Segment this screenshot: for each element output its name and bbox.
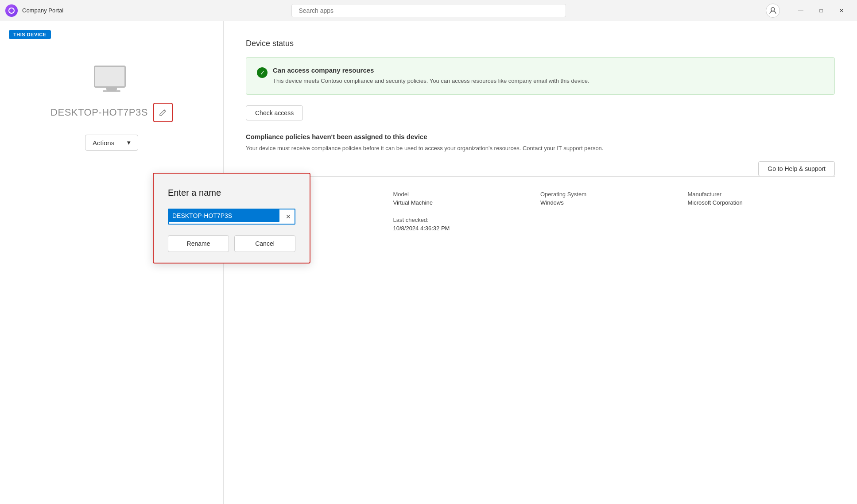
- last-checked-value: 10/8/2024 4:36:32 PM: [393, 225, 541, 232]
- chevron-down-icon: ▾: [127, 139, 131, 147]
- device-info-grid: Original Name DESKTOP-HOT7P3S Model Virt…: [246, 191, 835, 232]
- titlebar-right: — □ ✕: [766, 4, 852, 18]
- device-icon: [94, 66, 129, 92]
- rename-icon-button[interactable]: [153, 103, 173, 122]
- status-card-desc: This device meets Contoso compliance and…: [273, 77, 589, 85]
- window-controls: — □ ✕: [791, 4, 852, 18]
- help-support-button[interactable]: Go to Help & support: [758, 161, 835, 176]
- titlebar: Company Portal — □ ✕: [0, 0, 857, 21]
- os-label: Operating System: [540, 191, 688, 198]
- dialog-input-wrap: DESKTOP-HOT7P3S ✕: [168, 209, 295, 225]
- last-checked-info: Last checked: 10/8/2024 4:36:32 PM: [393, 217, 541, 232]
- search-container: [291, 4, 566, 17]
- this-device-badge: THIS DEVICE: [9, 30, 51, 39]
- manufacturer-info: Manufacturer Microsoft Corporation: [688, 191, 835, 206]
- device-icon-wrap: [94, 66, 129, 92]
- dialog-name-input[interactable]: [168, 209, 295, 225]
- logo-inner: [8, 8, 15, 14]
- right-panel: Device status ✓ Can access company resou…: [224, 21, 857, 504]
- app-name: Company Portal: [22, 7, 63, 14]
- actions-dropdown[interactable]: Actions ▾: [85, 135, 138, 151]
- main-layout: THIS DEVICE DESKTOP-HOT7P3S Actions ▾ De…: [0, 21, 857, 504]
- dialog-clear-button[interactable]: ✕: [285, 212, 292, 221]
- device-base: [103, 90, 120, 92]
- svg-point-0: [771, 8, 775, 11]
- device-name-text: DESKTOP-HOT7P3S: [50, 107, 148, 118]
- last-checked-label: Last checked:: [393, 217, 541, 223]
- compliance-title: Compliance policies haven't been assigne…: [246, 133, 835, 140]
- device-name-row: DESKTOP-HOT7P3S: [50, 103, 173, 122]
- model-info: Model Virtual Machine: [393, 191, 541, 206]
- maximize-button[interactable]: □: [811, 4, 831, 18]
- divider: [246, 176, 835, 177]
- compliance-desc: Your device must receive compliance poli…: [246, 144, 835, 153]
- manufacturer-label: Manufacturer: [688, 191, 835, 198]
- model-label: Model: [393, 191, 541, 198]
- model-value: Virtual Machine: [393, 199, 541, 206]
- rename-dialog: Enter a name DESKTOP-HOT7P3S ✕ Rename Ca…: [153, 173, 310, 264]
- app-logo: [5, 4, 18, 17]
- actions-label: Actions: [93, 139, 114, 147]
- user-icon[interactable]: [766, 4, 780, 18]
- compliance-section: Compliance policies haven't been assigne…: [246, 133, 835, 153]
- search-input[interactable]: [291, 4, 566, 17]
- device-status-title: Device status: [246, 39, 835, 48]
- manufacturer-value: Microsoft Corporation: [688, 199, 835, 206]
- dialog-rename-button[interactable]: Rename: [168, 235, 229, 252]
- status-card-title: Can access company resources: [273, 66, 589, 74]
- dialog-title: Enter a name: [168, 188, 295, 198]
- status-card-content: Can access company resources This device…: [273, 66, 589, 85]
- status-check-icon: ✓: [257, 67, 268, 78]
- minimize-button[interactable]: —: [791, 4, 811, 18]
- status-card: ✓ Can access company resources This devi…: [246, 57, 835, 95]
- os-value: Windows: [540, 199, 688, 206]
- device-screen: [94, 66, 126, 88]
- dialog-cancel-button[interactable]: Cancel: [234, 235, 295, 252]
- check-access-button[interactable]: Check access: [246, 105, 303, 120]
- os-info: Operating System Windows: [540, 191, 688, 206]
- dialog-actions: Rename Cancel: [168, 235, 295, 252]
- close-button[interactable]: ✕: [831, 4, 852, 18]
